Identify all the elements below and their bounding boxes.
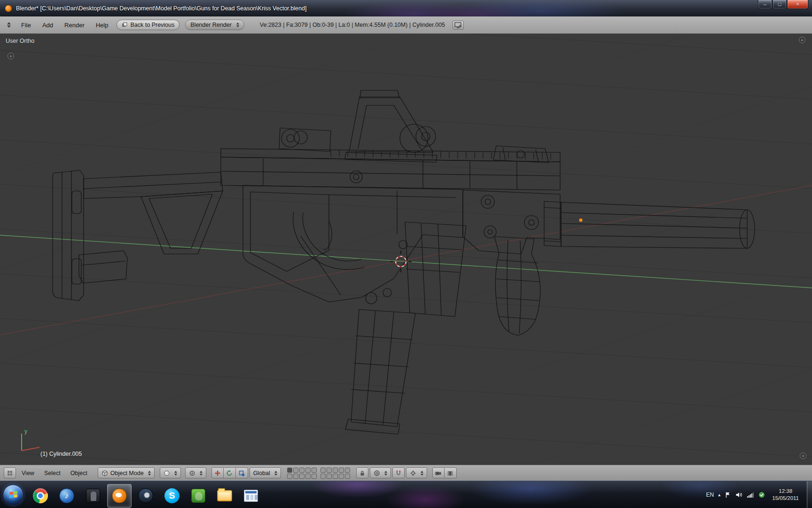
layer-cell[interactable]	[339, 474, 344, 479]
manipulator-scale-icon[interactable]	[236, 468, 248, 478]
mode-dropdown[interactable]: Object Mode	[98, 468, 155, 478]
system-tray: EN 12:38 15/05/2011	[706, 481, 812, 508]
area-corner-icon[interactable]	[800, 452, 806, 459]
render-engine-dropdown[interactable]: Blender Render	[185, 20, 244, 30]
viewport-3d-canvas[interactable]: y	[0, 34, 812, 465]
network-icon[interactable]	[747, 492, 754, 498]
scene-statistics: Ve:2823 | Fa:3079 | Ob:0-39 | La:0 | Mem…	[260, 22, 445, 28]
info-header: File Add Render Help Back to Previous Bl…	[0, 16, 812, 34]
proportional-edit-dropdown[interactable]	[370, 468, 391, 478]
pivot-point-icon	[189, 470, 195, 476]
itunes-icon: ♪	[59, 488, 74, 503]
layer-cell[interactable]	[333, 474, 338, 479]
close-button[interactable]: ×	[787, 0, 808, 9]
lock-icon[interactable]	[356, 468, 368, 478]
menu-object[interactable]: Object	[66, 468, 92, 478]
area-corner-icon[interactable]	[799, 37, 805, 43]
minimize-button[interactable]: –	[758, 0, 772, 9]
taskbar-app-steam[interactable]	[133, 484, 158, 508]
taskbar-app-green[interactable]	[186, 484, 211, 508]
layer-cell[interactable]	[299, 474, 304, 479]
taskbar-app-office[interactable]	[239, 484, 263, 508]
maximize-button[interactable]: □	[773, 0, 787, 9]
taskbar-clock[interactable]: 12:38 15/05/2011	[772, 488, 799, 502]
menu-view[interactable]: View	[17, 468, 39, 478]
updown-arrows-icon	[236, 23, 239, 27]
menu-render[interactable]: Render	[59, 20, 90, 30]
layer-cell[interactable]	[287, 468, 292, 473]
taskbar-app-explorer[interactable]	[212, 484, 237, 508]
layer-cell[interactable]	[327, 474, 332, 479]
layer-cell[interactable]	[333, 468, 338, 473]
taskbar-app-game[interactable]	[81, 484, 105, 508]
object-mode-cube-icon	[102, 470, 108, 476]
grid-lines	[0, 34, 812, 465]
selected-vertex-dot	[579, 219, 583, 222]
layer-cell[interactable]	[287, 474, 292, 479]
layer-cell[interactable]	[345, 474, 350, 479]
editor-type-icon[interactable]	[4, 468, 16, 478]
layer-cell[interactable]	[312, 474, 317, 479]
manipulator-rotate-icon[interactable]	[224, 468, 236, 478]
steam-icon	[138, 488, 153, 503]
layer-cell[interactable]	[320, 468, 326, 473]
game-icon	[86, 489, 100, 503]
taskbar-app-chrome[interactable]	[28, 484, 53, 508]
layer-cell[interactable]	[320, 474, 326, 479]
layer-cell[interactable]	[327, 468, 332, 473]
opengl-render-image-icon[interactable]	[432, 468, 445, 478]
layer-cell[interactable]	[293, 474, 298, 479]
layer-cell[interactable]	[339, 468, 344, 473]
layer-cell[interactable]	[293, 468, 298, 473]
collapse-menus-icon[interactable]	[5, 21, 13, 29]
snap-target-dropdown[interactable]	[406, 468, 427, 478]
layer-cell[interactable]	[299, 468, 304, 473]
viewport-3d[interactable]: y User Ortho (1) Cylinder.005	[0, 34, 812, 465]
layers-widget-group-2[interactable]	[320, 468, 350, 479]
layer-cell[interactable]	[345, 468, 350, 473]
updown-arrows-icon	[274, 471, 277, 476]
blender-icon	[112, 488, 127, 503]
menu-add[interactable]: Add	[37, 20, 58, 30]
safely-remove-icon[interactable]	[758, 492, 765, 498]
layer-cell[interactable]	[305, 468, 311, 473]
updown-arrows-icon	[384, 471, 387, 476]
menu-select[interactable]: Select	[40, 468, 65, 478]
layer-cell[interactable]	[305, 474, 311, 479]
show-desktop-button[interactable]	[807, 481, 812, 508]
layers-widget-group-1[interactable]	[287, 468, 317, 479]
language-indicator[interactable]: EN	[706, 492, 714, 498]
taskbar: ♪ S EN 12:38 15/05/2011	[0, 481, 812, 508]
back-to-previous-button[interactable]: Back to Previous	[117, 20, 180, 30]
layer-cell[interactable]	[312, 468, 317, 473]
updown-arrows-icon	[148, 471, 151, 476]
mini-axis-widget: y	[22, 428, 39, 451]
window-titlebar[interactable]: Blender* [C:\Users\Dan\Desktop\Game Deve…	[0, 0, 812, 16]
taskbar-app-skype[interactable]: S	[160, 484, 184, 508]
opengl-render-anim-icon[interactable]	[445, 468, 457, 478]
updown-arrows-icon	[421, 471, 423, 476]
taskbar-app-itunes[interactable]: ♪	[55, 484, 79, 508]
volume-icon[interactable]	[735, 492, 742, 498]
manipulator-toggle-group	[211, 468, 248, 478]
window-controls: – □ ×	[758, 0, 808, 9]
manipulator-translate-icon[interactable]	[211, 468, 224, 478]
area-corner-icon[interactable]	[8, 53, 14, 59]
menu-help[interactable]: Help	[91, 20, 114, 30]
menu-file[interactable]: File	[16, 20, 36, 30]
screen-layout-icon[interactable]	[453, 21, 464, 30]
start-button[interactable]	[3, 484, 23, 505]
windows-flag-icon	[9, 491, 17, 498]
snap-magnet-icon[interactable]	[392, 468, 405, 478]
viewport-shading-dropdown[interactable]	[160, 468, 181, 478]
taskbar-app-blender[interactable]	[107, 484, 132, 508]
action-center-flag-icon[interactable]	[725, 492, 731, 498]
orientation-dropdown[interactable]: Global	[250, 468, 281, 478]
axis-y-label: y	[24, 428, 27, 435]
office-icon	[244, 490, 258, 502]
blender-app-icon	[5, 5, 12, 12]
hidden-icons-arrow-icon[interactable]	[718, 492, 720, 497]
view-name-label: User Ortho	[6, 38, 34, 44]
clock-time: 12:38	[772, 488, 799, 495]
pivot-point-dropdown[interactable]	[185, 468, 206, 478]
